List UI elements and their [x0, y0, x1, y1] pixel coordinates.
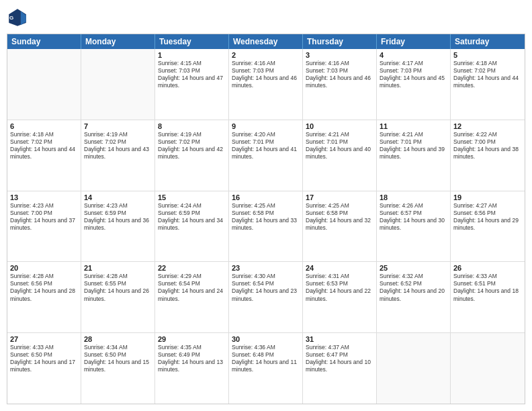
- header-day-thursday: Thursday: [303, 34, 377, 49]
- day-info: Sunrise: 4:24 AM Sunset: 6:59 PM Dayligh…: [158, 202, 226, 232]
- day-number: 21: [84, 264, 152, 272]
- day-number: 4: [380, 51, 447, 59]
- day-cell-30: 30Sunrise: 4:36 AM Sunset: 6:48 PM Dayli…: [229, 333, 303, 404]
- calendar-row-1: 6Sunrise: 4:18 AM Sunset: 7:02 PM Daylig…: [7, 120, 525, 191]
- day-info: Sunrise: 4:16 AM Sunset: 7:03 PM Dayligh…: [306, 60, 373, 89]
- svg-text:G: G: [9, 15, 13, 21]
- header-day-friday: Friday: [377, 34, 451, 49]
- day-cell-14: 14Sunrise: 4:23 AM Sunset: 6:59 PM Dayli…: [81, 191, 155, 262]
- day-number: 29: [158, 335, 226, 343]
- day-number: 10: [306, 122, 373, 130]
- day-number: 5: [453, 51, 522, 59]
- day-cell-28: 28Sunrise: 4:34 AM Sunset: 6:50 PM Dayli…: [81, 333, 155, 404]
- day-number: 16: [232, 193, 300, 201]
- day-cell-10: 10Sunrise: 4:21 AM Sunset: 7:01 PM Dayli…: [303, 120, 377, 191]
- calendar: SundayMondayTuesdayWednesdayThursdayFrid…: [7, 34, 525, 404]
- day-info: Sunrise: 4:27 AM Sunset: 6:56 PM Dayligh…: [453, 202, 522, 232]
- day-number: 8: [158, 122, 226, 130]
- calendar-row-2: 13Sunrise: 4:23 AM Sunset: 7:00 PM Dayli…: [7, 191, 525, 263]
- day-number: 12: [453, 122, 522, 130]
- day-info: Sunrise: 4:23 AM Sunset: 7:00 PM Dayligh…: [10, 202, 78, 232]
- day-number: 20: [10, 264, 78, 272]
- empty-cell-0-1: [81, 49, 155, 120]
- day-cell-18: 18Sunrise: 4:26 AM Sunset: 6:57 PM Dayli…: [377, 191, 451, 262]
- day-number: 6: [10, 122, 78, 130]
- day-info: Sunrise: 4:18 AM Sunset: 7:02 PM Dayligh…: [453, 60, 522, 89]
- day-info: Sunrise: 4:28 AM Sunset: 6:55 PM Dayligh…: [84, 273, 152, 302]
- header-day-sunday: Sunday: [7, 34, 81, 49]
- day-info: Sunrise: 4:17 AM Sunset: 7:03 PM Dayligh…: [380, 60, 447, 89]
- day-info: Sunrise: 4:22 AM Sunset: 7:00 PM Dayligh…: [453, 131, 522, 161]
- day-info: Sunrise: 4:26 AM Sunset: 6:57 PM Dayligh…: [380, 202, 447, 232]
- day-number: 2: [232, 51, 300, 59]
- page: G SundayMondayTuesdayWednesdayThursdayFr…: [0, 0, 532, 411]
- day-cell-23: 23Sunrise: 4:30 AM Sunset: 6:54 PM Dayli…: [229, 262, 303, 332]
- day-info: Sunrise: 4:25 AM Sunset: 6:58 PM Dayligh…: [232, 202, 300, 232]
- day-cell-12: 12Sunrise: 4:22 AM Sunset: 7:00 PM Dayli…: [451, 120, 525, 191]
- day-cell-8: 8Sunrise: 4:19 AM Sunset: 7:02 PM Daylig…: [155, 120, 229, 191]
- day-number: 27: [10, 335, 78, 343]
- day-info: Sunrise: 4:16 AM Sunset: 7:03 PM Dayligh…: [232, 60, 300, 89]
- day-cell-3: 3Sunrise: 4:16 AM Sunset: 7:03 PM Daylig…: [303, 49, 377, 120]
- day-info: Sunrise: 4:35 AM Sunset: 6:49 PM Dayligh…: [158, 344, 226, 373]
- day-info: Sunrise: 4:15 AM Sunset: 7:03 PM Dayligh…: [158, 60, 226, 89]
- calendar-row-4: 27Sunrise: 4:33 AM Sunset: 6:50 PM Dayli…: [7, 333, 525, 404]
- day-info: Sunrise: 4:29 AM Sunset: 6:54 PM Dayligh…: [158, 273, 226, 302]
- day-cell-24: 24Sunrise: 4:31 AM Sunset: 6:53 PM Dayli…: [303, 262, 377, 332]
- day-info: Sunrise: 4:19 AM Sunset: 7:02 PM Dayligh…: [84, 131, 152, 161]
- empty-cell-0-0: [7, 49, 81, 120]
- empty-cell-4-5: [377, 333, 451, 404]
- day-number: 17: [306, 193, 373, 201]
- calendar-header-row: SundayMondayTuesdayWednesdayThursdayFrid…: [7, 34, 525, 49]
- day-cell-2: 2Sunrise: 4:16 AM Sunset: 7:03 PM Daylig…: [229, 49, 303, 120]
- header-day-tuesday: Tuesday: [155, 34, 229, 49]
- day-cell-17: 17Sunrise: 4:25 AM Sunset: 6:58 PM Dayli…: [303, 191, 377, 262]
- day-info: Sunrise: 4:33 AM Sunset: 6:50 PM Dayligh…: [10, 344, 78, 373]
- day-number: 19: [453, 193, 522, 201]
- logo-icon: G: [7, 7, 28, 28]
- day-number: 26: [453, 264, 522, 272]
- day-number: 14: [84, 193, 152, 201]
- day-cell-7: 7Sunrise: 4:19 AM Sunset: 7:02 PM Daylig…: [81, 120, 155, 191]
- header-day-monday: Monday: [81, 34, 155, 49]
- day-cell-26: 26Sunrise: 4:33 AM Sunset: 6:51 PM Dayli…: [451, 262, 525, 332]
- day-cell-20: 20Sunrise: 4:28 AM Sunset: 6:56 PM Dayli…: [7, 262, 81, 332]
- day-cell-5: 5Sunrise: 4:18 AM Sunset: 7:02 PM Daylig…: [451, 49, 525, 120]
- day-info: Sunrise: 4:20 AM Sunset: 7:01 PM Dayligh…: [232, 131, 300, 161]
- day-cell-1: 1Sunrise: 4:15 AM Sunset: 7:03 PM Daylig…: [155, 49, 229, 120]
- day-number: 28: [84, 335, 152, 343]
- day-cell-27: 27Sunrise: 4:33 AM Sunset: 6:50 PM Dayli…: [7, 333, 81, 404]
- day-info: Sunrise: 4:33 AM Sunset: 6:51 PM Dayligh…: [453, 273, 522, 302]
- day-number: 9: [232, 122, 300, 130]
- day-cell-6: 6Sunrise: 4:18 AM Sunset: 7:02 PM Daylig…: [7, 120, 81, 191]
- day-cell-11: 11Sunrise: 4:21 AM Sunset: 7:01 PM Dayli…: [377, 120, 451, 191]
- day-number: 13: [10, 193, 78, 201]
- day-cell-4: 4Sunrise: 4:17 AM Sunset: 7:03 PM Daylig…: [377, 49, 451, 120]
- day-info: Sunrise: 4:28 AM Sunset: 6:56 PM Dayligh…: [10, 273, 78, 302]
- day-cell-9: 9Sunrise: 4:20 AM Sunset: 7:01 PM Daylig…: [229, 120, 303, 191]
- day-number: 22: [158, 264, 226, 272]
- day-info: Sunrise: 4:23 AM Sunset: 6:59 PM Dayligh…: [84, 202, 152, 232]
- day-cell-25: 25Sunrise: 4:32 AM Sunset: 6:52 PM Dayli…: [377, 262, 451, 332]
- day-number: 24: [306, 264, 373, 272]
- day-info: Sunrise: 4:31 AM Sunset: 6:53 PM Dayligh…: [306, 273, 373, 302]
- day-info: Sunrise: 4:36 AM Sunset: 6:48 PM Dayligh…: [232, 344, 300, 373]
- day-info: Sunrise: 4:30 AM Sunset: 6:54 PM Dayligh…: [232, 273, 300, 302]
- day-info: Sunrise: 4:21 AM Sunset: 7:01 PM Dayligh…: [380, 131, 447, 161]
- day-cell-19: 19Sunrise: 4:27 AM Sunset: 6:56 PM Dayli…: [451, 191, 525, 262]
- day-cell-15: 15Sunrise: 4:24 AM Sunset: 6:59 PM Dayli…: [155, 191, 229, 262]
- day-number: 18: [380, 193, 447, 201]
- day-number: 1: [158, 51, 226, 59]
- day-cell-21: 21Sunrise: 4:28 AM Sunset: 6:55 PM Dayli…: [81, 262, 155, 332]
- day-info: Sunrise: 4:34 AM Sunset: 6:50 PM Dayligh…: [84, 344, 152, 373]
- day-number: 15: [158, 193, 226, 201]
- day-number: 23: [232, 264, 300, 272]
- day-cell-22: 22Sunrise: 4:29 AM Sunset: 6:54 PM Dayli…: [155, 262, 229, 332]
- calendar-row-0: 1Sunrise: 4:15 AM Sunset: 7:03 PM Daylig…: [7, 49, 525, 120]
- day-info: Sunrise: 4:32 AM Sunset: 6:52 PM Dayligh…: [380, 273, 447, 302]
- empty-cell-4-6: [451, 333, 525, 404]
- day-cell-29: 29Sunrise: 4:35 AM Sunset: 6:49 PM Dayli…: [155, 333, 229, 404]
- day-info: Sunrise: 4:37 AM Sunset: 6:47 PM Dayligh…: [306, 344, 373, 373]
- header-day-saturday: Saturday: [451, 34, 525, 49]
- day-cell-31: 31Sunrise: 4:37 AM Sunset: 6:47 PM Dayli…: [303, 333, 377, 404]
